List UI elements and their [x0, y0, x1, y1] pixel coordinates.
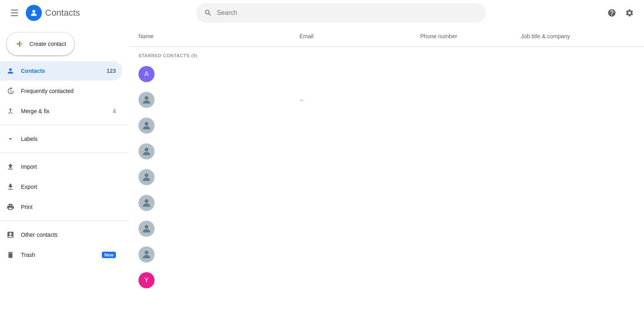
sidebar-trash-label: Trash	[21, 252, 95, 258]
contact-name-cell: Y	[138, 272, 299, 288]
sidebar-item-other-contacts[interactable]: Other contacts	[0, 225, 122, 244]
svg-point-12	[144, 225, 148, 229]
table-row[interactable]: Y	[129, 267, 644, 293]
contact-email: --	[299, 97, 420, 103]
chevron-down-icon	[6, 135, 14, 143]
sidebar-other-label: Other contacts	[21, 232, 116, 238]
sidebar-import-label: Import	[21, 163, 116, 170]
sidebar-item-frequently-contacted[interactable]: Frequently contacted	[0, 81, 122, 101]
divider-2	[0, 153, 129, 153]
avatar	[138, 246, 155, 263]
body: Create contact Contacts 123 Frequently c…	[0, 26, 644, 333]
settings-button[interactable]	[621, 5, 638, 21]
sidebar-freq-label: Frequently contacted	[21, 88, 116, 94]
contact-name-cell	[138, 118, 299, 134]
import-icon	[6, 163, 14, 171]
avatar	[138, 169, 155, 185]
avatar	[138, 195, 155, 211]
merge-count: 4	[113, 108, 116, 114]
svg-point-10	[144, 174, 148, 177]
sidebar-merge-label: Merge & fix	[21, 108, 106, 114]
person-icon	[6, 67, 14, 75]
contact-name-cell	[138, 169, 299, 185]
app-title: Contacts	[45, 8, 80, 18]
plus-icon	[15, 39, 25, 49]
contact-name-cell	[138, 221, 299, 237]
col-job: Job title & company	[521, 33, 634, 39]
sidebar-item-labels[interactable]: Labels	[0, 129, 122, 149]
hamburger-icon	[11, 10, 18, 16]
contact-name-cell	[138, 195, 299, 211]
merge-icon	[6, 107, 14, 115]
sidebar-item-export[interactable]: Export	[0, 177, 122, 196]
sidebar: Create contact Contacts 123 Frequently c…	[0, 26, 129, 333]
export-icon	[6, 183, 14, 191]
print-icon	[6, 203, 14, 211]
header-right	[604, 5, 638, 21]
table-row[interactable]: --	[129, 87, 644, 113]
divider-3	[0, 221, 129, 221]
contact-name-cell	[138, 246, 299, 263]
trash-new-badge: New	[102, 252, 116, 258]
other-contacts-icon	[6, 231, 14, 239]
help-button[interactable]	[604, 5, 620, 21]
col-phone: Phone number	[420, 33, 521, 39]
search-bar[interactable]	[196, 3, 486, 23]
menu-button[interactable]	[6, 5, 23, 21]
main-content: Name Email Phone number Job title & comp…	[129, 26, 644, 333]
svg-point-9	[144, 148, 148, 151]
avatar	[138, 92, 155, 108]
table-row[interactable]: A	[129, 61, 644, 87]
search-icon	[204, 9, 212, 17]
col-email: Email	[299, 33, 420, 39]
section-starred: STARRED CONTACTS (9)	[129, 47, 644, 61]
svg-point-11	[144, 199, 148, 203]
sidebar-item-merge-fix[interactable]: Merge & fix 4	[0, 101, 122, 121]
create-contact-button[interactable]: Create contact	[6, 32, 74, 56]
col-name: Name	[138, 33, 299, 39]
header-left: Contacts	[6, 5, 135, 21]
table-row[interactable]	[129, 164, 644, 190]
divider-1	[0, 125, 129, 125]
avatar	[138, 118, 155, 134]
table-row[interactable]	[129, 190, 644, 216]
sidebar-item-import[interactable]: Import	[0, 157, 122, 176]
table-row[interactable]	[129, 113, 644, 139]
contact-name-cell	[138, 143, 299, 159]
sidebar-export-label: Export	[21, 184, 116, 190]
contact-name-cell	[138, 92, 299, 108]
trash-icon	[6, 251, 14, 259]
table-row[interactable]	[129, 139, 644, 164]
create-button-wrap: Create contact	[0, 29, 129, 60]
header: Contacts	[0, 0, 644, 26]
avatar	[138, 221, 155, 237]
avatar: Y	[138, 272, 155, 288]
sidebar-labels-label: Labels	[21, 136, 116, 142]
svg-point-0	[32, 10, 35, 13]
create-contact-label: Create contact	[29, 41, 66, 47]
sidebar-print-label: Print	[21, 204, 116, 210]
svg-point-13	[144, 251, 148, 254]
svg-point-7	[144, 96, 148, 100]
svg-point-8	[144, 122, 148, 126]
table-row[interactable]	[129, 242, 644, 267]
app-logo: Contacts	[26, 5, 80, 21]
logo-icon	[26, 5, 42, 21]
sidebar-item-contacts[interactable]: Contacts 123	[0, 61, 122, 81]
contacts-count: 123	[107, 68, 116, 74]
history-icon	[6, 87, 14, 95]
table-row[interactable]	[129, 216, 644, 242]
contact-name-cell: A	[138, 66, 299, 82]
sidebar-item-print[interactable]: Print	[0, 197, 122, 217]
search-input[interactable]	[217, 9, 478, 17]
avatar	[138, 143, 155, 159]
table-header: Name Email Phone number Job title & comp…	[129, 26, 644, 47]
avatar: A	[138, 66, 155, 82]
sidebar-item-trash[interactable]: Trash New	[0, 245, 122, 265]
sidebar-contacts-label: Contacts	[21, 68, 100, 74]
